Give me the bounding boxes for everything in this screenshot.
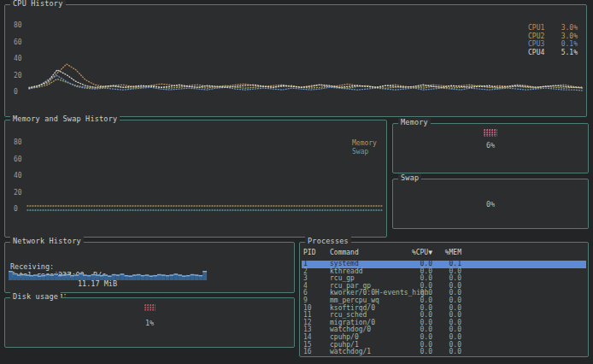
spark-bar-cap (9, 271, 13, 272)
spark-bar-cap (67, 274, 71, 275)
spark-bar-cap (54, 273, 58, 274)
mem-column-header[interactable]: %MEM (436, 250, 461, 257)
spark-bar-cap (128, 276, 132, 277)
spark-bar-cap (17, 274, 21, 275)
axis-tick-label: 0 (14, 89, 27, 96)
spark-bar-cap (149, 276, 153, 277)
process-row[interactable]: 16watchdog/10.00.0 (302, 349, 586, 356)
process-mem: 0.0 (436, 349, 461, 356)
spark-bar-cap (103, 274, 108, 275)
spark-bar-cap (166, 275, 170, 276)
process-pid: 16 (303, 349, 326, 356)
disk-usage-title: Disk usage (10, 292, 61, 302)
cpu-legend-label: CPU1 (528, 24, 544, 32)
spark-bar-cap (71, 275, 75, 276)
spark-bar-cap (58, 275, 62, 276)
spark-bar-cap (191, 274, 195, 275)
cpu1-series-line (29, 64, 583, 88)
cpu-legend: CPU13.0%CPU23.0%CPU30.1%CPU45.1% (528, 24, 578, 56)
disk-usage-panel: Disk usage 1% (4, 297, 295, 348)
memory-swap-history-title: Memory and Swap History (10, 114, 120, 124)
spark-bar-cap (42, 275, 46, 276)
swap-gauge-panel: Swap 0% (392, 179, 589, 229)
swap-gauge-title: Swap (398, 173, 421, 183)
cpu-y-axis: 806040200 (14, 22, 27, 96)
cpu-legend-label: CPU2 (528, 32, 544, 41)
cpu-legend-value: 3.0% (561, 32, 578, 41)
spark-bar-cap (203, 271, 207, 272)
spark-bar-cap (96, 274, 100, 275)
process-table-body: 1systemd0.00.12kthreadd0.00.03rcu_gp0.00… (302, 261, 586, 356)
spark-bar-cap (178, 274, 182, 275)
memory-swap-history-chart (26, 136, 385, 221)
axis-tick-label: 40 (14, 56, 27, 62)
cpu-legend-label: CPU4 (528, 49, 544, 57)
spark-bar-cap (186, 275, 191, 276)
total-received-value: 11.17 MiB (78, 279, 117, 288)
spark-bar-cap (137, 274, 141, 275)
process-table-header: PID Command %CPU▼ %MEM (303, 250, 584, 257)
swap-legend-label: Swap (352, 148, 381, 156)
spark-bar-cap (182, 276, 186, 277)
cpu-history-title: CPU History (10, 0, 66, 9)
axis-tick-label: 60 (14, 39, 27, 46)
cpu-history-chart (27, 19, 584, 103)
spark-bar-cap (120, 273, 125, 274)
system-monitor-screen: { "colors": { "border": "#517c75", "pane… (0, 0, 593, 364)
memory-gauge-title: Memory (398, 118, 431, 127)
swap-gauge-body: 0% (393, 179, 588, 228)
cpu3-series-line (29, 76, 583, 91)
memory-gauge-panel: Memory 6% (392, 123, 589, 173)
spark-bar-cap (79, 273, 83, 274)
disk-donut-icon (144, 304, 156, 311)
spark-bar-cap (91, 274, 96, 275)
memory-donut-icon (484, 129, 497, 137)
command-column-header[interactable]: Command (330, 250, 402, 257)
memory-gauge-body: 6% (393, 124, 588, 173)
cpu-legend-item: CPU30.1% (528, 40, 578, 49)
axis-tick-label: 20 (14, 73, 27, 79)
spark-bar-cap (198, 275, 203, 276)
network-history-title: Network History (10, 237, 84, 246)
spark-bar-cap (145, 274, 150, 275)
disk-percent: 1% (145, 319, 154, 327)
spark-bar-cap (124, 275, 128, 276)
spark-bar (203, 271, 207, 280)
process-cpu: 0.0 (405, 349, 432, 356)
spark-bar-cap (13, 273, 17, 274)
spark-bar-cap (112, 274, 116, 275)
disk-gauge-body: 1% (5, 298, 294, 347)
cpu-legend-value: 3.0% (561, 24, 578, 32)
spark-bar-cap (141, 275, 145, 276)
pid-column-header[interactable]: PID (303, 250, 326, 257)
cpu-legend-label: CPU3 (528, 40, 544, 49)
spark-bar-cap (170, 274, 174, 275)
spark-bar-cap (25, 274, 29, 275)
spark-bar-cap (108, 276, 112, 277)
spark-bar-cap (173, 273, 178, 274)
cpu-column-header[interactable]: %CPU▼ (405, 250, 432, 257)
cpu-history-panel: CPU History 806040200 CPU13.0%CPU23.0%CP… (4, 4, 587, 117)
spark-bar-cap (132, 274, 137, 275)
cpu-legend-value: 0.1% (561, 40, 578, 49)
spark-bar (9, 271, 13, 280)
spark-bar-cap (46, 274, 50, 275)
processes-title: Processes (305, 237, 351, 246)
spark-bar-cap (153, 275, 157, 276)
cpu-legend-item: CPU23.0% (528, 32, 578, 41)
spark-bar-cap (50, 274, 54, 275)
memory-percent: 6% (486, 141, 495, 150)
spark-bar-cap (83, 274, 87, 275)
spark-bar-cap (62, 274, 67, 275)
spark-bar-cap (99, 275, 103, 276)
spark-bar-cap (116, 274, 120, 275)
cpu-legend-item: CPU45.1% (528, 49, 578, 57)
spark-bar-cap (157, 274, 161, 275)
spark-bar-cap (38, 276, 42, 277)
axis-tick-label: 80 (14, 22, 27, 29)
process-command: watchdog/1 (330, 349, 402, 356)
spark-bar-cap (87, 275, 91, 276)
spark-bar-cap (161, 274, 166, 275)
processes-panel: Processes PID Command %CPU▼ %MEM 1system… (299, 242, 589, 357)
memory-legend-label: Memory (352, 139, 381, 148)
